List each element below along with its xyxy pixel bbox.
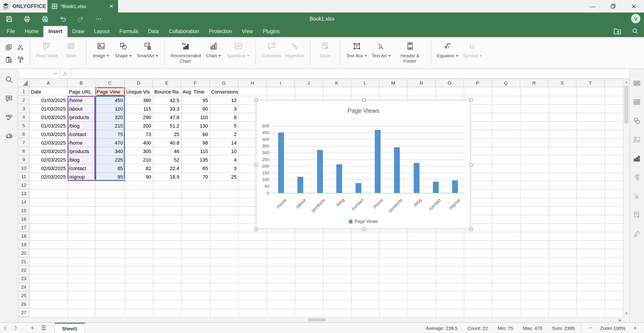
row-header-16[interactable]: 16 <box>18 215 30 223</box>
comment-button[interactable]: Comment <box>260 40 283 59</box>
menu-tab-layout[interactable]: Layout <box>89 26 114 37</box>
header-footer-button[interactable]: Header & Footer <box>393 40 427 64</box>
redo-icon[interactable] <box>75 14 86 24</box>
print-icon[interactable] <box>22 14 32 24</box>
cell-F10[interactable]: 65 <box>181 164 209 172</box>
chart-resize-handle[interactable] <box>362 99 365 102</box>
pivot-table-button[interactable]: Pivot Table <box>34 40 60 59</box>
next-sheet-icon[interactable]: ❯ <box>10 325 20 331</box>
search-icon[interactable] <box>4 75 14 84</box>
minimize-button[interactable]: — <box>582 0 603 13</box>
chart-legend[interactable]: Page Views <box>348 219 378 224</box>
toolbar-search-icon[interactable] <box>630 27 640 36</box>
chart-bar-contact-4[interactable] <box>356 183 361 193</box>
cell-A6[interactable]: 01/03/2025 <box>30 130 67 138</box>
menu-tab-file[interactable]: File <box>2 26 20 37</box>
cell-C8[interactable]: 340 <box>95 147 124 155</box>
cell-A2[interactable]: 01/03/2025 <box>30 96 67 104</box>
column-header-J[interactable]: J <box>295 79 323 87</box>
cell-E7[interactable]: 40.8 <box>153 138 181 147</box>
row-header-25[interactable]: 25 <box>18 291 30 300</box>
column-header-S[interactable]: S <box>548 79 576 87</box>
select-all-corner[interactable] <box>18 79 30 87</box>
formula-input[interactable] <box>71 69 636 78</box>
textart-settings-icon[interactable]: Ta <box>632 192 641 200</box>
cell-D10[interactable]: 82 <box>125 164 152 172</box>
row-header-26[interactable]: 26 <box>18 300 30 308</box>
cell-B4[interactable]: /products <box>68 113 95 121</box>
cell-G10[interactable]: 3 <box>210 164 238 172</box>
menu-tab-protection[interactable]: Protection <box>204 26 237 37</box>
equation-button[interactable]: xEquation <box>434 40 461 59</box>
row-header-8[interactable]: 8 <box>18 147 30 155</box>
cell-A10[interactable]: 02/03/2025 <box>30 164 67 172</box>
cell-E5[interactable]: 51.2 <box>153 121 181 130</box>
cell-G2[interactable]: 12 <box>210 96 238 104</box>
menu-tab-data[interactable]: Data <box>143 26 164 37</box>
cell-E3[interactable]: 33.3 <box>153 104 181 113</box>
cell-D6[interactable]: 73 <box>125 130 152 138</box>
paragraph-settings-icon[interactable] <box>632 173 641 182</box>
cell-G9[interactable]: 4 <box>210 155 238 164</box>
row-header-1[interactable]: 1 <box>18 87 30 96</box>
shape-button[interactable]: Shape <box>112 40 134 59</box>
vertical-scroll-thumb[interactable] <box>624 86 628 124</box>
column-header-M[interactable]: M <box>379 79 408 87</box>
column-header-P[interactable]: P <box>464 79 492 87</box>
row-header-9[interactable]: 9 <box>18 155 30 164</box>
cell-E1[interactable]: Bounce Ra <box>153 87 181 96</box>
cell-G5[interactable]: 5 <box>210 121 238 130</box>
row-header-11[interactable]: 11 <box>18 172 30 181</box>
cell-D8[interactable]: 305 <box>125 147 152 155</box>
row-header-7[interactable]: 7 <box>18 138 30 147</box>
cell-A7[interactable]: 02/03/2025 <box>30 138 67 147</box>
row-header-10[interactable]: 10 <box>18 164 30 172</box>
copy-button[interactable] <box>5 43 12 51</box>
chart-button[interactable]: Chart <box>202 40 224 59</box>
table-button[interactable]: Table <box>60 40 82 59</box>
open-file-location-icon[interactable] <box>613 27 622 36</box>
add-sheet-button[interactable]: + <box>27 324 38 331</box>
cell-G1[interactable]: Conversions <box>210 87 238 96</box>
chart-bar-home-5[interactable] <box>375 130 380 193</box>
menu-tab-draw[interactable]: Draw <box>67 26 89 37</box>
chart-bar-products-2[interactable] <box>317 150 323 193</box>
column-header-T[interactable]: T <box>576 79 605 87</box>
row-header-27[interactable]: 27 <box>18 308 30 317</box>
row-header-19[interactable]: 19 <box>18 240 30 249</box>
cell-D9[interactable]: 210 <box>125 155 152 164</box>
feedback-icon[interactable] <box>4 132 14 141</box>
cell-G11[interactable]: 25 <box>210 172 238 181</box>
cell-D1[interactable]: Unique Vis <box>125 87 152 96</box>
menu-tab-insert[interactable]: Insert <box>44 26 67 37</box>
horizontal-scrollbar[interactable]: ▶ <box>18 317 623 322</box>
menu-tab-formula[interactable]: Formula <box>114 26 143 37</box>
cell-C7[interactable]: 470 <box>95 138 124 147</box>
cell-D4[interactable]: 290 <box>125 113 152 121</box>
column-header-D[interactable]: D <box>125 79 153 87</box>
quick-print-icon[interactable] <box>39 14 50 24</box>
cell-B5[interactable]: /blog <box>68 121 95 130</box>
comments-icon[interactable] <box>4 94 14 103</box>
cell-E10[interactable]: 22.4 <box>153 164 181 172</box>
column-header-N[interactable]: N <box>408 79 436 87</box>
column-header-H[interactable]: H <box>238 79 266 87</box>
column-header-R[interactable]: R <box>520 79 548 87</box>
row-header-18[interactable]: 18 <box>18 232 30 240</box>
cell-G6[interactable]: 2 <box>210 130 238 138</box>
row-header-20[interactable]: 20 <box>18 249 30 257</box>
more-icon[interactable] <box>93 14 104 24</box>
column-header-Q[interactable]: Q <box>492 79 520 87</box>
cell-F6[interactable]: 60 <box>181 130 209 138</box>
column-header-F[interactable]: F <box>181 79 210 87</box>
prev-sheet-icon[interactable]: ❮ <box>0 325 10 331</box>
row-header-22[interactable]: 22 <box>18 266 30 274</box>
column-header-G[interactable]: G <box>210 79 238 87</box>
sparkline-button[interactable]: Sparkline <box>224 40 252 59</box>
cell-B2[interactable]: /home <box>68 96 95 104</box>
table-settings-icon[interactable] <box>632 98 641 107</box>
chart-bar-blog-7[interactable] <box>414 163 419 193</box>
row-header-21[interactable]: 21 <box>18 257 30 266</box>
cell-F5[interactable]: 130 <box>181 121 209 130</box>
user-avatar[interactable]: V <box>631 14 640 23</box>
